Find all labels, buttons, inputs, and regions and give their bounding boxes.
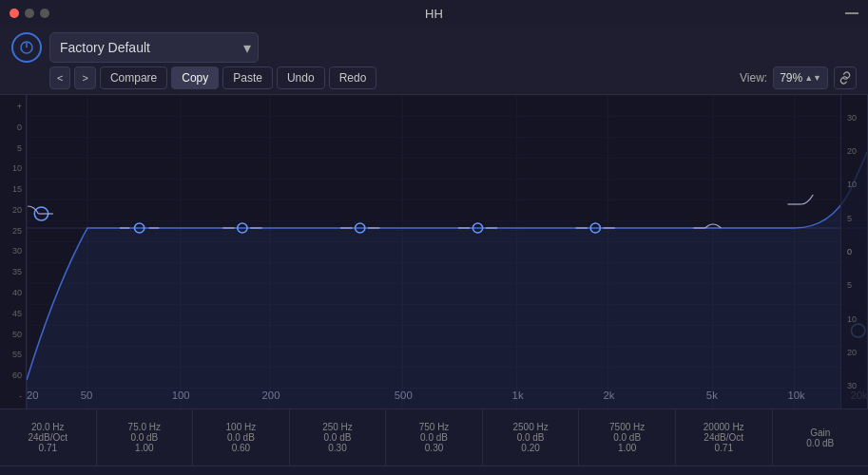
rdb-30top: 30: [843, 113, 865, 123]
band6-q: 0.20: [521, 443, 539, 453]
top-controls: Factory Default < > Compare Copy Paste U…: [0, 27, 868, 95]
db-label-50: 50: [0, 331, 26, 339]
window-controls: [10, 9, 49, 18]
power-button[interactable]: [11, 32, 42, 63]
nav-prev-button[interactable]: <: [49, 66, 70, 89]
rdb-5: 5: [843, 214, 865, 223]
view-label: View:: [740, 71, 767, 85]
db-label-20: 20: [0, 206, 26, 215]
link-button[interactable]: [834, 66, 857, 89]
eq-canvas[interactable]: 20 50 100 200 500 1k 2k 5k 10k 20k: [27, 95, 867, 408]
band-info-2: 75.0 Hz 0.0 dB 1.00: [97, 409, 194, 466]
view-stepper-icon: ▲▼: [804, 73, 821, 83]
preset-row: Factory Default: [11, 32, 857, 63]
band4-q: 0.30: [328, 443, 346, 453]
db-label-25: 25: [0, 227, 26, 236]
nav-next-button[interactable]: >: [74, 66, 95, 89]
eq-area: + 0 5 10 15 20 25 30 35 40 45 50 55 60 -: [0, 95, 868, 408]
db-label-5: 5: [0, 144, 26, 153]
band2-q: 1.00: [135, 443, 153, 453]
band5-db: 0.0 dB: [420, 432, 448, 443]
rdb-20b: 20: [843, 348, 865, 357]
close-dot[interactable]: [10, 9, 19, 18]
band7-freq: 7500 Hz: [609, 422, 645, 432]
band-info-5: 750 Hz 0.0 dB 0.30: [386, 409, 483, 466]
band4-freq: 250 Hz: [322, 422, 353, 432]
db-label-40: 40: [0, 289, 26, 297]
db-label-10: 10: [0, 164, 26, 173]
band-info-1: 20.0 Hz 24dB/Oct 0.71: [0, 409, 97, 466]
rdb-0: 0: [843, 247, 865, 256]
bottom-bar: ▶ Analyzer POST Q-Couple Channel EQ: [0, 466, 868, 475]
band-info-8: 20000 Hz 24dB/Oct 0.71: [676, 409, 773, 466]
band8-type: 24dB/Oct: [704, 432, 743, 443]
minimize-icon[interactable]: [845, 12, 858, 14]
band2-freq: 75.0 Hz: [128, 422, 161, 432]
db-scale-left: + 0 5 10 15 20 25 30 35 40 45 50 55 60 -: [0, 95, 27, 408]
copy-button[interactable]: Copy: [171, 66, 219, 89]
compare-button[interactable]: Compare: [100, 66, 167, 89]
gain-value: 0.0 dB: [806, 438, 834, 448]
db-label-minus: -: [0, 392, 26, 401]
band7-q: 1.00: [618, 443, 636, 453]
band4-db: 0.0 dB: [324, 432, 352, 443]
rdb-10: 10: [843, 180, 865, 189]
app-title: HH: [425, 7, 443, 21]
title-bar: HH: [0, 0, 868, 27]
band8-freq: 20000 Hz: [704, 422, 744, 432]
db-label-55: 55: [0, 351, 26, 359]
preset-dropdown[interactable]: Factory Default: [49, 32, 259, 63]
band3-q: 0.60: [232, 443, 250, 453]
view-percent: 79%: [780, 71, 802, 85]
band-info-7: 7500 Hz 0.0 dB 1.00: [579, 409, 676, 466]
rdb-5b: 5: [843, 280, 865, 290]
rdb-10b: 10: [843, 314, 865, 324]
gain-label: Gain: [810, 428, 830, 438]
db-label-45: 45: [0, 310, 26, 318]
db-label-60: 60: [0, 371, 26, 380]
db-label-30: 30: [0, 247, 26, 256]
view-section: View: 79% ▲▼: [740, 66, 857, 89]
band-info-bar: 20.0 Hz 24dB/Oct 0.71 75.0 Hz 0.0 dB 1.0…: [0, 408, 868, 466]
db-label-plus: +: [0, 103, 26, 111]
band6-db: 0.0 dB: [517, 432, 545, 443]
paste-button[interactable]: Paste: [222, 66, 273, 89]
redo-button[interactable]: Redo: [329, 66, 377, 89]
view-value[interactable]: 79% ▲▼: [773, 66, 828, 89]
gain-info: Gain 0.0 dB: [773, 409, 869, 466]
db-label-35: 35: [0, 268, 26, 276]
eq-svg: 20 50 100 200 500 1k 2k 5k 10k 20k: [27, 95, 867, 408]
band7-db: 0.0 dB: [613, 432, 641, 443]
band-info-3: 100 Hz 0.0 dB 0.60: [193, 409, 290, 466]
band5-freq: 750 Hz: [419, 422, 450, 432]
undo-button[interactable]: Undo: [277, 66, 325, 89]
rdb-20: 20: [843, 146, 865, 156]
link-icon: [839, 71, 852, 85]
power-icon: [19, 40, 34, 55]
band-info-4: 250 Hz 0.0 dB 0.30: [290, 409, 387, 466]
band-info-6: 2500 Hz 0.0 dB 0.20: [483, 409, 580, 466]
toolbar-row: < > Compare Copy Paste Undo Redo View: 7…: [49, 66, 857, 89]
db-label-0: 0: [0, 124, 26, 132]
minimize-dot[interactable]: [25, 9, 34, 18]
band3-db: 0.0 dB: [227, 432, 255, 443]
rdb-30b: 30: [843, 381, 865, 390]
band2-db: 0.0 dB: [130, 432, 158, 443]
maximize-dot[interactable]: [40, 9, 49, 18]
preset-wrapper: Factory Default: [49, 32, 259, 63]
band6-freq: 2500 Hz: [512, 422, 548, 432]
band1-freq: 20.0 Hz: [31, 422, 64, 432]
band3-freq: 100 Hz: [226, 422, 257, 432]
db-label-15: 15: [0, 185, 26, 194]
band1-type: 24dB/Oct: [28, 432, 68, 443]
band1-q: 0.71: [39, 443, 57, 453]
band8-q: 0.71: [714, 443, 732, 453]
band5-q: 0.30: [425, 443, 443, 453]
